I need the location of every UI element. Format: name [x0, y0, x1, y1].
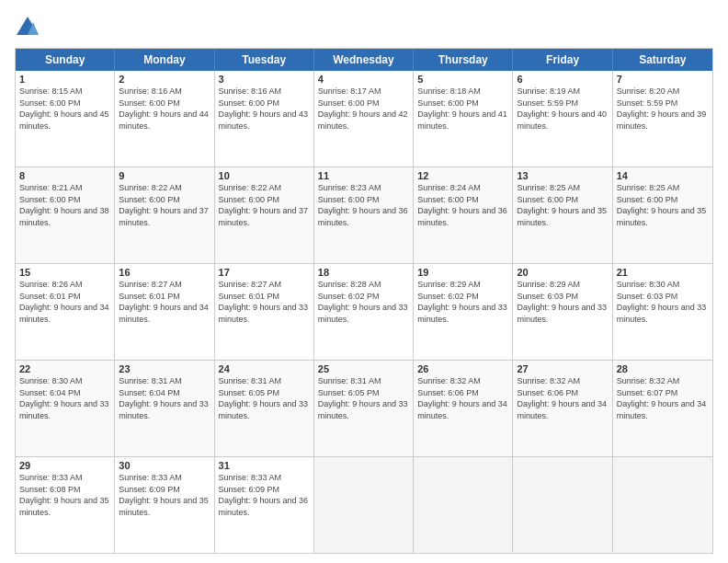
day-number: 19	[417, 267, 508, 278]
day-cell: 17 Sunrise: 8:27 AMSunset: 6:01 PMDaylig…	[215, 264, 314, 360]
day-cell: 20 Sunrise: 8:29 AMSunset: 6:03 PMDaylig…	[513, 264, 612, 360]
day-cell: 23 Sunrise: 8:31 AMSunset: 6:04 PMDaylig…	[115, 361, 214, 456]
day-cell: 6 Sunrise: 8:19 AMSunset: 5:59 PMDayligh…	[513, 71, 612, 167]
weekday-header: Saturday	[613, 49, 712, 71]
day-cell: 12 Sunrise: 8:24 AMSunset: 6:00 PMDaylig…	[414, 167, 513, 263]
day-number: 25	[318, 363, 409, 374]
day-number: 10	[219, 170, 310, 181]
day-cell: 28 Sunrise: 8:32 AMSunset: 6:07 PMDaylig…	[613, 361, 712, 456]
day-cell: 27 Sunrise: 8:32 AMSunset: 6:06 PMDaylig…	[513, 361, 612, 456]
day-info: Sunrise: 8:22 AMSunset: 6:00 PMDaylight:…	[119, 182, 210, 228]
day-number: 16	[119, 267, 210, 278]
day-cell: 2 Sunrise: 8:16 AMSunset: 6:00 PMDayligh…	[115, 71, 214, 167]
day-info: Sunrise: 8:32 AMSunset: 6:06 PMDaylight:…	[517, 375, 608, 421]
day-info: Sunrise: 8:29 AMSunset: 6:03 PMDaylight:…	[517, 279, 608, 325]
day-cell: 21 Sunrise: 8:30 AMSunset: 6:03 PMDaylig…	[613, 264, 712, 360]
day-cell: 25 Sunrise: 8:31 AMSunset: 6:05 PMDaylig…	[314, 361, 414, 456]
day-number: 7	[617, 74, 709, 85]
day-info: Sunrise: 8:18 AMSunset: 6:00 PMDaylight:…	[417, 86, 508, 132]
calendar: SundayMondayTuesdayWednesdayThursdayFrid…	[15, 48, 713, 554]
day-cell: 26 Sunrise: 8:32 AMSunset: 6:06 PMDaylig…	[414, 361, 513, 456]
header	[15, 15, 713, 40]
day-cell: 16 Sunrise: 8:27 AMSunset: 6:01 PMDaylig…	[115, 264, 214, 360]
calendar-row: 8 Sunrise: 8:21 AMSunset: 6:00 PMDayligh…	[16, 167, 712, 264]
day-cell: 19 Sunrise: 8:29 AMSunset: 6:02 PMDaylig…	[414, 264, 513, 360]
day-info: Sunrise: 8:33 AMSunset: 6:09 PMDaylight:…	[219, 472, 310, 518]
calendar-body: 1 Sunrise: 8:15 AMSunset: 6:00 PMDayligh…	[16, 71, 712, 553]
day-info: Sunrise: 8:25 AMSunset: 6:00 PMDaylight:…	[617, 182, 709, 228]
weekday-header: Tuesday	[215, 49, 314, 71]
day-number: 31	[219, 460, 310, 471]
calendar-row: 1 Sunrise: 8:15 AMSunset: 6:00 PMDayligh…	[16, 71, 712, 167]
day-number: 17	[219, 267, 310, 278]
weekday-header: Friday	[513, 49, 612, 71]
logo	[15, 15, 44, 40]
day-cell: 30 Sunrise: 8:33 AMSunset: 6:09 PMDaylig…	[115, 457, 214, 553]
day-cell: 3 Sunrise: 8:16 AMSunset: 6:00 PMDayligh…	[215, 71, 314, 167]
day-number: 11	[318, 170, 409, 181]
day-cell: 5 Sunrise: 8:18 AMSunset: 6:00 PMDayligh…	[414, 71, 513, 167]
day-cell: 15 Sunrise: 8:26 AMSunset: 6:01 PMDaylig…	[16, 264, 115, 360]
day-info: Sunrise: 8:20 AMSunset: 5:59 PMDaylight:…	[617, 86, 709, 132]
day-info: Sunrise: 8:31 AMSunset: 6:05 PMDaylight:…	[318, 375, 409, 421]
day-number: 9	[119, 170, 210, 181]
day-cell: 14 Sunrise: 8:25 AMSunset: 6:00 PMDaylig…	[613, 167, 712, 263]
day-info: Sunrise: 8:30 AMSunset: 6:04 PMDaylight:…	[19, 375, 110, 421]
day-number: 2	[119, 74, 210, 85]
day-number: 12	[417, 170, 508, 181]
calendar-row: 15 Sunrise: 8:26 AMSunset: 6:01 PMDaylig…	[16, 264, 712, 361]
day-cell: 8 Sunrise: 8:21 AMSunset: 6:00 PMDayligh…	[16, 167, 115, 263]
day-info: Sunrise: 8:19 AMSunset: 5:59 PMDaylight:…	[517, 86, 608, 132]
day-number: 3	[219, 74, 310, 85]
day-info: Sunrise: 8:28 AMSunset: 6:02 PMDaylight:…	[318, 279, 409, 325]
empty-cell	[414, 457, 513, 553]
day-cell: 31 Sunrise: 8:33 AMSunset: 6:09 PMDaylig…	[215, 457, 314, 553]
day-info: Sunrise: 8:23 AMSunset: 6:00 PMDaylight:…	[318, 182, 409, 228]
day-info: Sunrise: 8:32 AMSunset: 6:07 PMDaylight:…	[617, 375, 709, 421]
day-info: Sunrise: 8:27 AMSunset: 6:01 PMDaylight:…	[219, 279, 310, 325]
calendar-row: 29 Sunrise: 8:33 AMSunset: 6:08 PMDaylig…	[16, 457, 712, 553]
calendar-row: 22 Sunrise: 8:30 AMSunset: 6:04 PMDaylig…	[16, 361, 712, 457]
day-info: Sunrise: 8:29 AMSunset: 6:02 PMDaylight:…	[417, 279, 508, 325]
day-cell: 22 Sunrise: 8:30 AMSunset: 6:04 PMDaylig…	[16, 361, 115, 456]
day-info: Sunrise: 8:16 AMSunset: 6:00 PMDaylight:…	[119, 86, 210, 132]
day-number: 22	[19, 363, 110, 374]
empty-cell	[613, 457, 712, 553]
day-info: Sunrise: 8:16 AMSunset: 6:00 PMDaylight:…	[219, 86, 310, 132]
day-cell: 7 Sunrise: 8:20 AMSunset: 5:59 PMDayligh…	[613, 71, 712, 167]
day-number: 1	[19, 74, 110, 85]
day-info: Sunrise: 8:30 AMSunset: 6:03 PMDaylight:…	[617, 279, 709, 325]
weekday-header: Thursday	[414, 49, 513, 71]
day-number: 23	[119, 363, 210, 374]
day-info: Sunrise: 8:21 AMSunset: 6:00 PMDaylight:…	[19, 182, 110, 228]
day-number: 15	[19, 267, 110, 278]
empty-cell	[513, 457, 612, 553]
day-number: 5	[417, 74, 508, 85]
day-number: 24	[219, 363, 310, 374]
day-cell: 10 Sunrise: 8:22 AMSunset: 6:00 PMDaylig…	[215, 167, 314, 263]
day-info: Sunrise: 8:26 AMSunset: 6:01 PMDaylight:…	[19, 279, 110, 325]
day-number: 26	[417, 363, 508, 374]
day-info: Sunrise: 8:27 AMSunset: 6:01 PMDaylight:…	[119, 279, 210, 325]
day-number: 13	[517, 170, 608, 181]
empty-cell	[314, 457, 414, 553]
day-number: 8	[19, 170, 110, 181]
day-number: 30	[119, 460, 210, 471]
day-cell: 11 Sunrise: 8:23 AMSunset: 6:00 PMDaylig…	[314, 167, 414, 263]
day-info: Sunrise: 8:17 AMSunset: 6:00 PMDaylight:…	[318, 86, 409, 132]
day-number: 20	[517, 267, 608, 278]
day-cell: 13 Sunrise: 8:25 AMSunset: 6:00 PMDaylig…	[513, 167, 612, 263]
day-info: Sunrise: 8:31 AMSunset: 6:05 PMDaylight:…	[219, 375, 310, 421]
day-info: Sunrise: 8:32 AMSunset: 6:06 PMDaylight:…	[417, 375, 508, 421]
day-number: 18	[318, 267, 409, 278]
day-number: 27	[517, 363, 608, 374]
day-info: Sunrise: 8:22 AMSunset: 6:00 PMDaylight:…	[219, 182, 310, 228]
weekday-header: Monday	[115, 49, 214, 71]
day-number: 14	[617, 170, 709, 181]
day-number: 4	[318, 74, 409, 85]
day-cell: 4 Sunrise: 8:17 AMSunset: 6:00 PMDayligh…	[314, 71, 414, 167]
weekday-header: Sunday	[16, 49, 115, 71]
day-number: 28	[617, 363, 709, 374]
day-info: Sunrise: 8:15 AMSunset: 6:00 PMDaylight:…	[19, 86, 110, 132]
weekday-header: Wednesday	[314, 49, 414, 71]
